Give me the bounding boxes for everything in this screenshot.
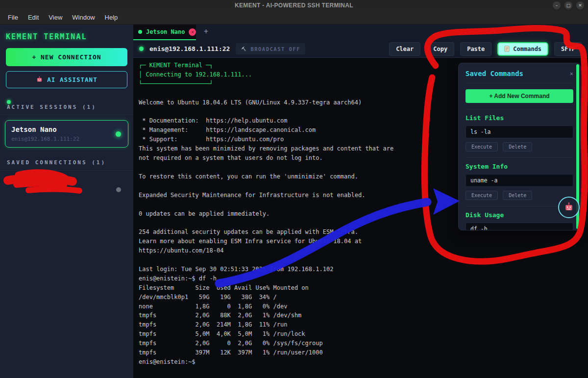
command-name: Disk Usage xyxy=(466,211,573,219)
tab-bar: Jetson Nano ✕ + xyxy=(133,25,588,40)
app-brand: KEMENT TERMINAL xyxy=(0,25,133,46)
main-area: Jetson Nano ✕ + enis@192.168.1.111:22 BR… xyxy=(133,25,588,378)
host-label: enis@192.168.1.111:22 xyxy=(149,45,230,52)
tab-label: Jetson Nano xyxy=(146,28,185,35)
window-title: KEMENT - AI-POWERED SSH TERMINAL xyxy=(235,2,353,9)
floating-ai-robot-button[interactable] xyxy=(558,197,580,218)
commands-button[interactable]: Commands xyxy=(497,42,548,56)
minimize-icon[interactable]: – xyxy=(553,1,561,9)
host-status-dot xyxy=(139,47,144,51)
tab-status-dot xyxy=(138,30,142,34)
session-online-dot xyxy=(116,131,121,137)
command-text-field[interactable]: ls -la xyxy=(466,126,573,138)
title-bar: KEMENT - AI-POWERED SSH TERMINAL – □ ✕ xyxy=(0,0,588,11)
tab-jetson-nano[interactable]: Jetson Nano ✕ xyxy=(133,25,196,40)
menu-window[interactable]: Window xyxy=(67,14,99,21)
window-controls: – □ ✕ xyxy=(553,1,584,9)
session-card-jetson-nano[interactable]: Jetson Nano enis@192.168.1.111:22 xyxy=(5,120,128,148)
saved-commands-header: Saved Commands ✕ xyxy=(466,63,573,83)
panel-close-icon[interactable]: ✕ xyxy=(570,70,573,77)
clipboard-icon xyxy=(504,46,510,52)
command-item-disk-usage: Disk Usage df -h Execute Delete xyxy=(466,206,573,230)
new-connection-button[interactable]: + NEW CONNECTION xyxy=(6,48,127,66)
session-address: enis@192.168.1.111:22 xyxy=(11,136,122,142)
sidebar: KEMENT TERMINAL + NEW CONNECTION AI ASSI… xyxy=(0,25,133,378)
command-text-field[interactable]: uname -a xyxy=(466,174,573,187)
robot-icon xyxy=(564,202,574,213)
menu-file[interactable]: File xyxy=(3,14,23,21)
commands-button-label: Commands xyxy=(513,46,541,52)
close-icon[interactable]: ✕ xyxy=(576,1,584,9)
menu-help[interactable]: Help xyxy=(100,14,123,21)
active-sessions-heading: ACTIVE SESSIONS (1) xyxy=(0,97,133,115)
saved-connections-heading: SAVED CONNECTIONS (1) xyxy=(0,152,133,171)
ai-assistant-label: AI ASSISTANT xyxy=(47,76,97,83)
broadcast-toggle[interactable]: BROADCAST OFF xyxy=(236,43,305,54)
clear-button[interactable]: Clear xyxy=(389,42,420,56)
sftp-button[interactable]: SFTP xyxy=(554,42,582,56)
command-name: System Info xyxy=(466,163,573,170)
saved-connection-status-dot xyxy=(116,187,121,192)
command-item-list-files: List Files ls -la Execute Delete xyxy=(466,109,573,157)
ai-assistant-button[interactable]: AI ASSISTANT xyxy=(6,71,127,88)
active-status-dot xyxy=(7,100,11,104)
toolbar: enis@192.168.1.111:22 BROADCAST OFF Clea… xyxy=(133,40,588,58)
saved-connection-row[interactable] xyxy=(0,171,133,201)
tab-close-icon[interactable]: ✕ xyxy=(189,28,196,36)
add-new-command-button[interactable]: + Add New Command xyxy=(466,89,573,103)
menu-view[interactable]: View xyxy=(44,14,67,21)
delete-button[interactable]: Delete xyxy=(503,142,532,151)
saved-commands-title: Saved Commands xyxy=(466,70,523,77)
copy-button[interactable]: Copy xyxy=(426,42,454,56)
robot-icon xyxy=(36,76,43,83)
menu-edit[interactable]: Edit xyxy=(23,14,44,21)
satellite-icon xyxy=(241,46,247,52)
command-name: List Files xyxy=(466,114,573,122)
session-name: Jetson Nano xyxy=(11,126,122,133)
delete-button[interactable]: Delete xyxy=(503,191,532,200)
execute-button[interactable]: Execute xyxy=(466,191,498,200)
paste-button[interactable]: Paste xyxy=(460,42,491,56)
execute-button[interactable]: Execute xyxy=(466,142,498,151)
new-tab-button[interactable]: + xyxy=(196,25,216,40)
command-item-system-info: System Info uname -a Execute Delete xyxy=(466,157,573,206)
command-text-field[interactable]: df -h xyxy=(466,223,573,230)
menu-bar: File Edit View Window Help xyxy=(0,11,588,25)
broadcast-label: BROADCAST OFF xyxy=(250,46,300,52)
maximize-icon[interactable]: □ xyxy=(564,1,572,9)
